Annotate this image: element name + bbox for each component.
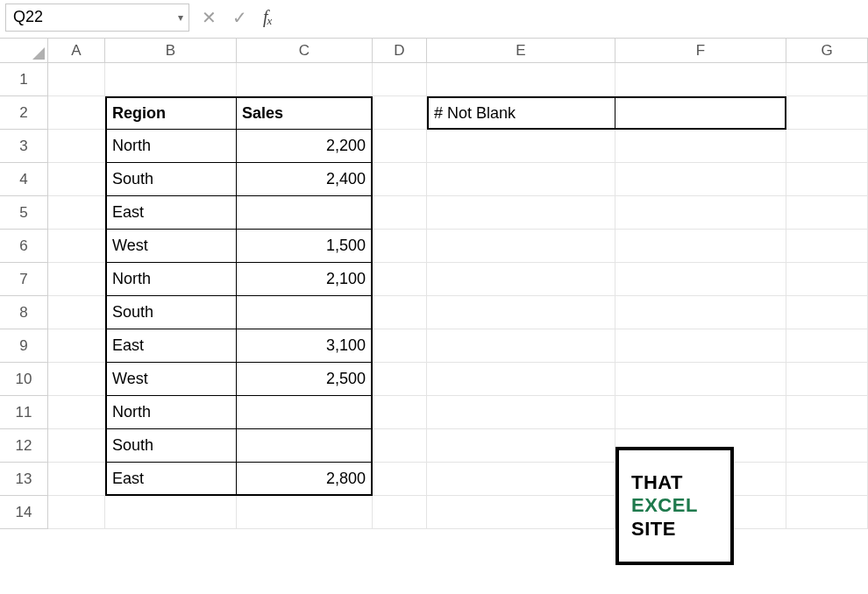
col-header[interactable]: A (48, 39, 105, 63)
cell[interactable] (615, 130, 786, 163)
cell[interactable] (48, 96, 105, 130)
cell[interactable] (237, 63, 373, 96)
cell[interactable] (48, 329, 105, 363)
row-header[interactable]: 10 (0, 363, 48, 396)
cell[interactable] (786, 96, 868, 130)
cell[interactable] (427, 163, 615, 196)
row-header[interactable]: 2 (0, 96, 48, 130)
cell[interactable] (786, 196, 868, 230)
cell[interactable]: 2,200 (237, 130, 373, 163)
cell[interactable] (786, 163, 868, 196)
cell[interactable]: 2,800 (237, 463, 373, 496)
cell[interactable] (48, 363, 105, 396)
cell[interactable]: South (105, 429, 237, 463)
col-header[interactable]: D (373, 39, 427, 63)
fx-icon[interactable]: fx (263, 7, 273, 27)
row-header[interactable]: 6 (0, 230, 48, 263)
cell[interactable] (427, 296, 615, 329)
cell[interactable] (48, 130, 105, 163)
cell[interactable] (786, 230, 868, 263)
cell[interactable] (786, 329, 868, 363)
select-all-corner[interactable] (0, 39, 48, 63)
cell[interactable] (48, 63, 105, 96)
cell[interactable] (48, 163, 105, 196)
formula-input[interactable] (285, 4, 863, 32)
cell[interactable] (427, 130, 615, 163)
cell[interactable] (615, 63, 786, 96)
cell[interactable]: North (105, 130, 237, 163)
row-header[interactable]: 14 (0, 496, 48, 529)
cell[interactable] (373, 463, 427, 496)
row-header[interactable]: 7 (0, 263, 48, 296)
cell[interactable] (48, 429, 105, 463)
cell[interactable] (373, 96, 427, 130)
cell[interactable] (373, 296, 427, 329)
cell[interactable]: 2,400 (237, 163, 373, 196)
cell[interactable] (373, 230, 427, 263)
name-box-chevron-icon[interactable]: ▾ (178, 11, 183, 24)
cell[interactable]: 3,100 (237, 329, 373, 363)
row-header[interactable]: 3 (0, 130, 48, 163)
col-header[interactable]: E (427, 39, 615, 63)
cell[interactable]: East (105, 196, 237, 230)
cell[interactable] (373, 196, 427, 230)
cell-summary-value[interactable] (615, 96, 786, 130)
row-header[interactable]: 11 (0, 396, 48, 429)
cell[interactable] (427, 463, 615, 496)
cell[interactable] (615, 163, 786, 196)
cell[interactable] (786, 63, 868, 96)
col-header[interactable]: F (615, 39, 786, 63)
cell[interactable]: South (105, 296, 237, 329)
cell[interactable] (48, 296, 105, 329)
cell[interactable] (615, 363, 786, 396)
cell[interactable] (427, 196, 615, 230)
cell[interactable] (615, 296, 786, 329)
cell[interactable] (48, 496, 105, 529)
cell-region-header[interactable]: Region (105, 96, 237, 130)
cell[interactable] (48, 396, 105, 429)
cell[interactable] (237, 429, 373, 463)
cell[interactable] (373, 496, 427, 529)
cell[interactable] (373, 163, 427, 196)
cell[interactable] (786, 496, 868, 529)
cell[interactable] (48, 196, 105, 230)
enter-icon[interactable]: ✓ (232, 7, 247, 28)
cell[interactable]: 2,100 (237, 263, 373, 296)
col-header[interactable]: G (786, 39, 868, 63)
cell[interactable]: East (105, 463, 237, 496)
name-box[interactable]: Q22 ▾ (5, 4, 189, 32)
cell[interactable] (373, 363, 427, 396)
cell[interactable] (786, 463, 868, 496)
cell[interactable]: North (105, 396, 237, 429)
col-header[interactable]: C (237, 39, 373, 63)
row-header[interactable]: 8 (0, 296, 48, 329)
cell[interactable] (427, 63, 615, 96)
cell[interactable]: West (105, 363, 237, 396)
cell[interactable] (237, 396, 373, 429)
row-header[interactable]: 5 (0, 196, 48, 230)
cell[interactable] (373, 329, 427, 363)
cell[interactable] (427, 396, 615, 429)
cell[interactable] (105, 63, 237, 96)
cell[interactable]: East (105, 329, 237, 363)
cell[interactable]: West (105, 230, 237, 263)
row-header[interactable]: 12 (0, 429, 48, 463)
cell-sales-header[interactable]: Sales (237, 96, 373, 130)
cell[interactable] (427, 230, 615, 263)
cell[interactable] (373, 63, 427, 96)
cell[interactable] (786, 363, 868, 396)
row-header[interactable]: 1 (0, 63, 48, 96)
row-header[interactable]: 13 (0, 463, 48, 496)
cell[interactable] (786, 130, 868, 163)
cell[interactable] (48, 263, 105, 296)
cell[interactable] (373, 429, 427, 463)
cell[interactable] (427, 429, 615, 463)
cell[interactable] (427, 496, 615, 529)
cell[interactable]: 1,500 (237, 230, 373, 263)
cell[interactable] (615, 263, 786, 296)
col-header[interactable]: B (105, 39, 237, 63)
cell[interactable]: 2,500 (237, 363, 373, 396)
row-header[interactable]: 9 (0, 329, 48, 363)
cell[interactable] (105, 496, 237, 529)
cell[interactable] (237, 196, 373, 230)
